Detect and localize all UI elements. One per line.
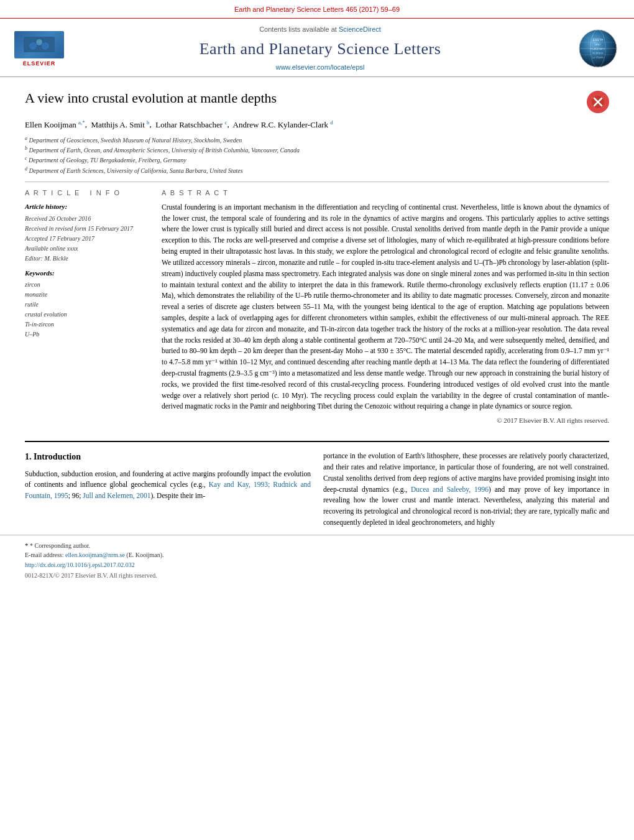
ref-ducea: Ducea and Saleeby, 1996 [411, 486, 489, 493]
keywords-label: Keywords: [25, 269, 149, 279]
rights-line: 0012-821X/© 2017 Elsevier B.V. All right… [25, 571, 609, 581]
svg-point-4 [36, 39, 42, 45]
svg-text:EARTH: EARTH [592, 38, 603, 42]
abstract-column: A B S T R A C T Crustal foundering is an… [162, 188, 609, 426]
affiliation-b: b Department of Earth, Ocean, and Atmosp… [25, 145, 609, 155]
corresponding-label: * Corresponding author. [30, 542, 90, 549]
author-3-super: c [224, 119, 227, 125]
author-2-super: b [147, 119, 150, 125]
affiliation-c: c Department of Geology, TU Bergakademie… [25, 155, 609, 165]
title-bar: 🌿 ELSEVIER Contents lists available at S… [0, 19, 634, 78]
crossmark-badge[interactable] [587, 91, 609, 113]
ref-kay: Kay and Kay, 1993; Rudnick and Fountain,… [25, 481, 311, 499]
page-wrapper: Earth and Planetary Science Letters 465 … [0, 0, 634, 580]
author-4: Andrew R.C. Kylander-Clark d [233, 120, 333, 129]
sciencedirect-link[interactable]: ScienceDirect [339, 25, 381, 33]
elsevier-tree-icon: 🌿 [21, 34, 58, 55]
abstract-paragraph: Crustal foundering is an important mecha… [162, 202, 609, 412]
intro-right-text: portance in the evolution of Earth's lit… [323, 451, 609, 528]
intro-section: 1. Introduction Subduction, subduction e… [0, 451, 634, 528]
crossmark-icon [591, 95, 605, 109]
ref-jull: Jull and Kelemen, 2001 [83, 492, 150, 499]
intro-heading: 1. Introduction [25, 451, 311, 463]
bottom-divider [25, 441, 609, 442]
article-info-label: A R T I C L E I N F O [25, 188, 149, 198]
elsevier-logo-box: 🌿 [14, 31, 64, 58]
keyword-5: Ti-in-zircon [25, 320, 149, 330]
keyword-2: monazite [25, 290, 149, 300]
email-address[interactable]: ellen.kooijman@nrm.se [65, 552, 125, 558]
corresponding-author-note: * * Corresponding author. [25, 540, 609, 551]
svg-text:AND: AND [595, 43, 600, 46]
svg-point-3 [42, 42, 49, 50]
article-info-column: A R T I C L E I N F O Article history: R… [25, 188, 149, 426]
abstract-text: Crustal foundering is an important mecha… [162, 202, 609, 412]
svg-text:PLANETARY: PLANETARY [590, 47, 605, 50]
authors-line: Ellen Kooijman a,*, Matthijs A. Smit b, … [25, 118, 609, 131]
revised-date: Received in revised form 15 February 201… [25, 224, 149, 234]
divider-1 [25, 182, 609, 182]
author-4-super: d [330, 119, 333, 125]
affiliation-d: d Department of Earth Sciences, Universi… [25, 165, 609, 175]
contents-text: Contents lists available at [259, 25, 339, 33]
copyright-line: © 2017 Elsevier B.V. All rights reserved… [162, 416, 609, 426]
info-abstract-columns: A R T I C L E I N F O Article history: R… [25, 188, 609, 426]
intro-right-column: portance in the evolution of Earth's lit… [323, 451, 609, 528]
author-3: Lothar Ratschbacher c [155, 120, 227, 129]
available-date: Available online xxxx [25, 244, 149, 254]
affiliations: a Department of Geosciences, Swedish Mus… [25, 135, 609, 175]
history-label: Article history: [25, 202, 149, 212]
abstract-label: A B S T R A C T [162, 188, 609, 198]
received-date: Received 26 October 2016 [25, 214, 149, 224]
editor-info: Editor: M. Bickle [25, 254, 149, 264]
email-label: E-mail address: [25, 552, 63, 558]
svg-text:SCIENCE: SCIENCE [592, 52, 604, 55]
globe-icon: EARTH AND PLANETARY SCIENCE LETTERS [578, 29, 618, 69]
keyword-4: crustal evolution [25, 310, 149, 320]
keyword-6: U–Pb [25, 330, 149, 339]
contents-line: Contents lists available at ScienceDirec… [67, 25, 573, 35]
doi-line[interactable]: http://dx.doi.org/10.1016/j.epsl.2017.02… [25, 561, 609, 570]
author-2: Matthijs A. Smit b [91, 120, 149, 129]
elsevier-label: ELSEVIER [23, 60, 56, 68]
keyword-1: zircon [25, 280, 149, 290]
article-dates: Received 26 October 2016 Received in rev… [25, 214, 149, 264]
email-note: E-mail address: ellen.kooijman@nrm.se (E… [25, 550, 609, 560]
author-1-super: a,* [78, 119, 85, 125]
affiliation-a: a Department of Geosciences, Swedish Mus… [25, 135, 609, 145]
accepted-date: Accepted 17 February 2017 [25, 234, 149, 244]
intro-left-text: Subduction, subduction erosion, and foun… [25, 469, 311, 502]
earth-logo: EARTH AND PLANETARY SCIENCE LETTERS [573, 30, 623, 68]
journal-header: Earth and Planetary Science Letters 465 … [0, 0, 634, 19]
journal-main-title: Earth and Planetary Science Letters [67, 37, 573, 61]
journal-citation: Earth and Planetary Science Letters 465 … [234, 6, 400, 13]
footnote-area: * * Corresponding author. E-mail address… [0, 535, 634, 581]
author-1: Ellen Kooijman a,* [25, 120, 85, 129]
article-title-section: A view into crustal evolution at mantle … [25, 88, 609, 113]
keywords-section: Keywords: zircon monazite rutile crustal… [25, 269, 149, 339]
elsevier-logo: 🌿 ELSEVIER [11, 30, 67, 68]
svg-point-2 [29, 42, 37, 50]
keyword-3: rutile [25, 300, 149, 310]
article-content: A view into crustal evolution at mantle … [0, 77, 634, 432]
svg-text:LETTERS: LETTERS [592, 56, 603, 59]
journal-title-center: Contents lists available at ScienceDirec… [67, 25, 573, 73]
article-title: A view into crustal evolution at mantle … [25, 88, 581, 108]
journal-url[interactable]: www.elsevier.com/locate/epsl [67, 63, 573, 73]
intro-left-column: 1. Introduction Subduction, subduction e… [25, 451, 311, 528]
email-suffix: (E. Kooijman). [126, 552, 163, 558]
